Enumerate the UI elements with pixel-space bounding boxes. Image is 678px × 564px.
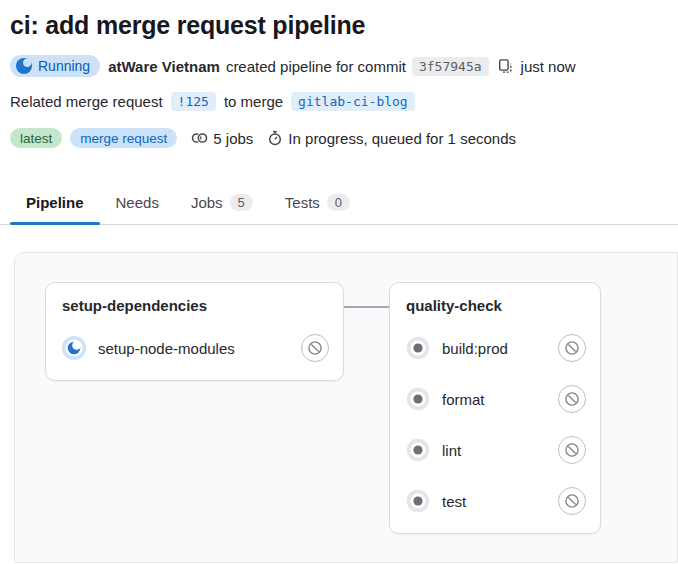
- commit-sha-link[interactable]: 3f57945a: [412, 57, 489, 76]
- cancel-job-button[interactable]: [558, 487, 586, 515]
- tab-pipeline[interactable]: Pipeline: [10, 186, 100, 224]
- job-status-running-icon: [62, 336, 86, 360]
- source-branch-link[interactable]: gitlab-ci-blog: [291, 92, 415, 111]
- job-link[interactable]: build:prod: [442, 340, 558, 357]
- job-link[interactable]: test: [442, 493, 558, 510]
- tab-tests[interactable]: Tests 0: [269, 186, 366, 224]
- pipeline-meta-row: latest merge request 5 jobs: [10, 128, 668, 148]
- running-status-badge: Running: [10, 55, 100, 77]
- pipeline-created-time: just now: [521, 58, 576, 75]
- copy-commit-sha-button[interactable]: [495, 56, 515, 76]
- merge-request-link[interactable]: !125: [171, 92, 216, 111]
- job-status-created-icon: [406, 489, 430, 513]
- cancel-icon: [564, 493, 580, 509]
- cancel-job-button[interactable]: [558, 334, 586, 362]
- latest-badge: latest: [10, 128, 62, 148]
- stopwatch-icon: [267, 130, 283, 146]
- job-row-lint: lint: [406, 432, 586, 468]
- tab-jobs-label: Jobs: [191, 194, 223, 211]
- copy-icon: [497, 58, 513, 74]
- jobs-count: 5 jobs: [191, 130, 253, 147]
- job-link[interactable]: setup-node-modules: [98, 340, 301, 357]
- cancel-icon: [307, 340, 323, 356]
- pipeline-description: created pipeline for commit: [226, 58, 406, 75]
- job-row-format: format: [406, 381, 586, 417]
- job-status-created-icon: [406, 387, 430, 411]
- cancel-job-button[interactable]: [558, 436, 586, 464]
- pipeline-progress: In progress, queued for 1 seconds: [267, 130, 516, 147]
- cancel-icon: [564, 442, 580, 458]
- related-mr-connector: to merge: [224, 93, 283, 110]
- tab-jobs-count-badge: 5: [230, 194, 253, 211]
- pipeline-status-row: Running atWare Vietnam created pipeline …: [10, 55, 668, 77]
- related-merge-request-row: Related merge request !125 to merge gitl…: [10, 92, 668, 111]
- job-row-test: test: [406, 483, 586, 519]
- jobs-count-label: 5 jobs: [213, 130, 253, 147]
- tab-pipeline-label: Pipeline: [26, 194, 84, 211]
- job-link[interactable]: lint: [442, 442, 558, 459]
- related-mr-prefix: Related merge request: [10, 93, 163, 110]
- stage-title: setup-dependencies: [62, 297, 329, 314]
- pipeline-header: ci: add merge request pipeline Running a…: [0, 0, 678, 148]
- pipeline-progress-label: In progress, queued for 1 seconds: [288, 130, 516, 147]
- job-status-created-icon: [406, 438, 430, 462]
- pipeline-tabs: Pipeline Needs Jobs 5 Tests 0: [0, 186, 678, 225]
- merge-request-badge: merge request: [70, 128, 177, 148]
- job-row-setup-node-modules: setup-node-modules: [62, 330, 329, 366]
- cancel-icon: [564, 391, 580, 407]
- running-status-icon: [16, 58, 32, 74]
- tab-tests-label: Tests: [285, 194, 320, 211]
- stage-card-quality-check: quality-check build:prod: [389, 282, 601, 534]
- pipeline-author-link[interactable]: atWare Vietnam: [108, 58, 220, 75]
- job-link[interactable]: format: [442, 391, 558, 408]
- stage-title: quality-check: [406, 297, 586, 314]
- stage-card-setup-dependencies: setup-dependencies setup-node-modules: [45, 282, 344, 381]
- job-row-build-prod: build:prod: [406, 330, 586, 366]
- running-status-label: Running: [38, 58, 90, 74]
- tab-needs[interactable]: Needs: [100, 186, 175, 224]
- tab-tests-count-badge: 0: [327, 194, 350, 211]
- tab-needs-label: Needs: [116, 194, 159, 211]
- page-title: ci: add merge request pipeline: [10, 10, 668, 40]
- cancel-job-button[interactable]: [558, 385, 586, 413]
- cancel-icon: [564, 340, 580, 356]
- cancel-job-button[interactable]: [301, 334, 329, 362]
- link-icon: [191, 130, 208, 146]
- tab-jobs[interactable]: Jobs 5: [175, 186, 269, 224]
- job-status-created-icon: [406, 336, 430, 360]
- stage-connector-line: [344, 306, 389, 308]
- pipeline-graph-panel: setup-dependencies setup-node-modules: [14, 252, 678, 563]
